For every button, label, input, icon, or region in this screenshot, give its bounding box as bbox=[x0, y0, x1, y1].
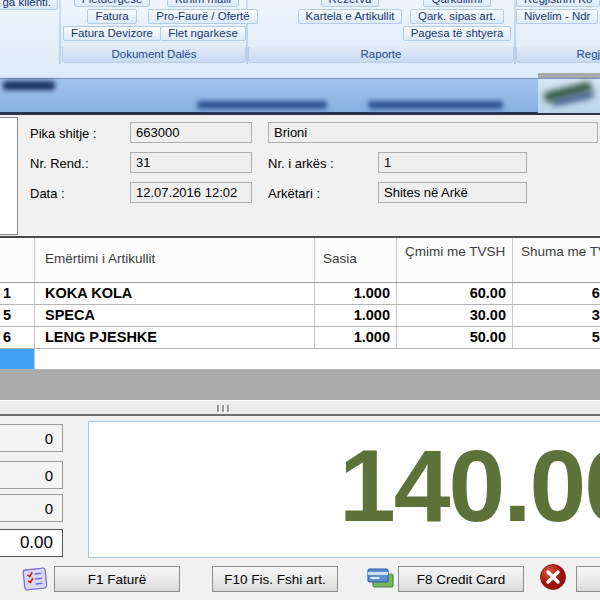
ribbon-button-qarkullimi[interactable]: Qarkullimi bbox=[423, 0, 490, 7]
data-label: Data : bbox=[30, 186, 65, 201]
cell-name: SPECA bbox=[35, 305, 315, 326]
cell-code: 6 bbox=[0, 327, 35, 348]
table-row[interactable]: 1 KOKA KOLA 1.000 60.00 60.00 bbox=[0, 283, 600, 305]
payment-panel: 140.00 F1 Faturë F10 Fis. Fshi art. bbox=[0, 417, 600, 600]
ribbon-button-kartela[interactable]: Kartela e Artikullit bbox=[298, 9, 403, 24]
cell-price: 30.00 bbox=[397, 305, 513, 326]
splitter-grip-icon[interactable] bbox=[217, 405, 229, 412]
nr-rend-field[interactable] bbox=[130, 152, 252, 173]
store-banner bbox=[0, 78, 600, 115]
grand-total-value: 140.00 bbox=[339, 421, 600, 556]
amount-box-change[interactable] bbox=[0, 529, 63, 557]
ribbon-button-fatura[interactable]: Fatura bbox=[87, 9, 136, 24]
cell-name: KOKA KOLA bbox=[35, 283, 315, 304]
ribbon-separator bbox=[59, 0, 61, 64]
ribbon-button-kthim-malli[interactable]: Kthim malli bbox=[167, 0, 239, 7]
banner-title-blurred bbox=[3, 81, 55, 90]
amount-box-3[interactable] bbox=[0, 494, 63, 522]
pika-shitje-field[interactable] bbox=[130, 122, 252, 143]
f8-credit-card-button[interactable]: F8 Credit Card bbox=[398, 566, 524, 592]
cell-price: 50.00 bbox=[397, 327, 513, 348]
grid-header-row: Emërtimi i Artikullit Sasia Çmimi me TVS… bbox=[0, 238, 600, 283]
ribbon-button-fatura-devizore[interactable]: Fatura Devizore bbox=[63, 26, 161, 41]
ribbon-stack-raporte-1: Rezerva Kartela e Artikullit bbox=[300, 0, 400, 24]
arketari-field[interactable] bbox=[378, 182, 527, 203]
col-header-shuma[interactable]: Shuma me TVSH bbox=[513, 238, 600, 282]
ribbon-button-regjistrim[interactable]: Regjistrim Ko bbox=[516, 0, 600, 7]
close-icon[interactable] bbox=[539, 563, 567, 595]
grand-total-panel: 140.00 bbox=[88, 421, 600, 558]
table-row-new[interactable] bbox=[0, 349, 600, 370]
ribbon-group-raporte: Raporte bbox=[248, 47, 514, 63]
cell-sum: 50.00 bbox=[513, 327, 600, 348]
articles-grid: Emërtimi i Artikullit Sasia Çmimi me TVS… bbox=[0, 238, 600, 400]
amount-box-1[interactable] bbox=[0, 424, 63, 452]
ribbon-button-fletdergese[interactable]: Fletdërgesë bbox=[74, 0, 151, 7]
arketari-label: Arkëtari : bbox=[268, 186, 320, 201]
ribbon-button-qark-sipas-art[interactable]: Qark. sipas art. bbox=[410, 9, 504, 24]
side-panel-partial bbox=[0, 117, 18, 235]
f10-fshi-art-button[interactable]: F10 Fis. Fshi art. bbox=[212, 566, 338, 592]
ribbon-stack-raporte-2: Qarkullimi Qark. sipas art. Pagesa të sh… bbox=[405, 0, 509, 41]
ribbon-button-flet-ngarkese[interactable]: Flet ngarkese bbox=[160, 26, 246, 41]
banner-text-blurred bbox=[368, 101, 503, 109]
col-header-cmimi[interactable]: Çmimi me TVSH bbox=[397, 238, 513, 282]
nr-rend-label: Nr. Rend.: bbox=[30, 156, 89, 171]
banner-text-blurred bbox=[197, 101, 327, 109]
cell-price: 60.00 bbox=[397, 283, 513, 304]
ribbon-group-regjistrime: Regjistr bbox=[516, 47, 600, 63]
credit-card-icon[interactable] bbox=[365, 565, 395, 597]
data-field[interactable] bbox=[130, 182, 252, 203]
cell-sum: 30.00 bbox=[513, 305, 600, 326]
receipt-icon[interactable] bbox=[21, 565, 49, 597]
table-row[interactable]: 6 LENG PJESHKE 1.000 50.00 50.00 bbox=[0, 327, 600, 349]
partial-button[interactable] bbox=[576, 566, 600, 592]
cell-qty: 1.000 bbox=[315, 283, 397, 304]
cell-qty: 1.000 bbox=[315, 327, 397, 348]
row-selector-highlight[interactable] bbox=[0, 349, 35, 369]
ribbon-button-nivelim[interactable]: Nivelim - Ndr bbox=[516, 9, 598, 24]
ribbon-button-pagesa-shtyera[interactable]: Pagesa të shtyera bbox=[403, 26, 512, 41]
col-header-sasia[interactable]: Sasia bbox=[315, 238, 397, 282]
cell-qty: 1.000 bbox=[315, 305, 397, 326]
ribbon-button-pro-fature[interactable]: Pro-Faurë / Ofertë bbox=[148, 9, 257, 24]
cell-sum: 60.00 bbox=[513, 283, 600, 304]
pika-shitje-name-field[interactable] bbox=[268, 122, 598, 143]
cell-code: 1 bbox=[0, 283, 35, 304]
ribbon-group-dokument-dales: Dokument Dalës bbox=[62, 47, 246, 63]
ribbon-stack-dokument-2: Kthim malli Pro-Faurë / Ofertë Flet ngar… bbox=[153, 0, 253, 41]
ribbon-stack-regjistrime: Regjistrim Ko Nivelim - Ndr bbox=[516, 0, 600, 24]
ribbon-toolbar: ga klienti. Fletdërgesë Fatura Fatura De… bbox=[0, 0, 600, 78]
pos-window: ga klienti. Fletdërgesë Fatura Fatura De… bbox=[0, 0, 600, 600]
amount-box-2[interactable] bbox=[0, 461, 63, 489]
banner-logo-area bbox=[538, 79, 600, 113]
ribbon-button-klienti[interactable]: ga klienti. bbox=[0, 0, 58, 10]
table-row[interactable]: 5 SPECA 1.000 30.00 30.00 bbox=[0, 305, 600, 327]
col-header-code[interactable] bbox=[0, 238, 35, 282]
nr-arkes-field[interactable] bbox=[378, 152, 527, 173]
ribbon-stack-dokument-1: Fletdërgesë Fatura Fatura Devizore bbox=[62, 0, 162, 41]
invoice-header-form: Pika shitje : Nr. Rend.: Nr. i arkës : D… bbox=[0, 115, 600, 238]
ribbon-button-rezerva[interactable]: Rezerva bbox=[321, 0, 380, 7]
horizontal-splitter[interactable] bbox=[0, 400, 600, 416]
cell-code: 5 bbox=[0, 305, 35, 326]
f1-fature-button[interactable]: F1 Faturë bbox=[54, 566, 180, 592]
col-header-emertimi[interactable]: Emërtimi i Artikullit bbox=[35, 238, 315, 282]
nr-arkes-label: Nr. i arkës : bbox=[268, 156, 334, 171]
pika-shitje-label: Pika shitje : bbox=[30, 126, 96, 141]
cell-name: LENG PJESHKE bbox=[35, 327, 315, 348]
